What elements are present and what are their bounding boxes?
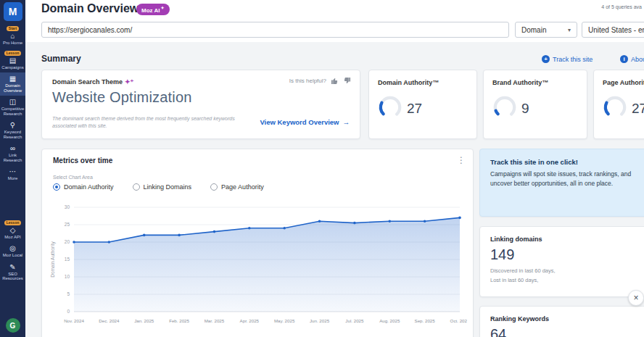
sidebar-item-moz-local[interactable]: ◎ Moz Local — [0, 242, 25, 261]
url-input[interactable] — [41, 22, 509, 38]
discovered-label: Discovered in last 60 days, — [490, 267, 556, 274]
home-icon: ⌂ — [10, 32, 15, 40]
radio-icon — [210, 183, 218, 191]
svg-text:Oct. 2025: Oct. 2025 — [450, 318, 467, 323]
sidebar-item-domain-overview[interactable]: ▦ Domain Overview — [0, 72, 25, 96]
svg-text:Domain Authority: Domain Authority — [50, 241, 56, 278]
moz-local-icon: ◎ — [9, 244, 16, 252]
page-title: Domain Overview — [41, 2, 139, 15]
svg-text:20: 20 — [65, 239, 70, 244]
linking-domains-title: Linking domains — [490, 236, 542, 243]
start-badge: Start — [7, 26, 19, 31]
svg-text:Jun. 2025: Jun. 2025 — [310, 318, 330, 323]
sidebar-item-seo-resources[interactable]: ✎ SEO Resources — [0, 261, 25, 284]
svg-text:Sep. 2025: Sep. 2025 — [415, 318, 436, 323]
search-theme-description: The dominant search theme derived from t… — [52, 115, 248, 130]
linking-domains-value: 149 — [490, 246, 514, 263]
domain-search-theme-card: Domain Search Theme✦⁺ Is this helpful? W… — [41, 70, 360, 139]
queries-remaining-label: 4 of 5 queries ava — [601, 4, 642, 9]
main-content: Summary + Track this site i About Domain… — [25, 42, 644, 337]
svg-text:5: 5 — [67, 291, 70, 296]
svg-text:Nov. 2024: Nov. 2024 — [64, 318, 84, 323]
svg-text:Dec. 2024: Dec. 2024 — [99, 318, 120, 323]
metrics-over-time-card: Metrics over time ⋮ Select Chart Area Do… — [41, 149, 474, 337]
page-authority-card: Page Authority 27 — [593, 70, 644, 139]
sidebar-item-campaigns[interactable]: Lesson ▤ Campaigns — [0, 49, 25, 73]
domain-authority-value: 27 — [407, 101, 422, 117]
domain-overview-icon: ▦ — [9, 75, 16, 83]
arrow-right-icon: → — [343, 118, 350, 126]
scope-select[interactable]: Domain ▾ — [515, 22, 577, 38]
sparkle-icon: ✦ — [160, 6, 164, 10]
sparkle-icon: ✦⁺ — [125, 78, 133, 86]
competitive-research-icon: ◫ — [9, 98, 16, 106]
more-icon: ⋯ — [9, 167, 17, 175]
svg-text:Apr. 2025: Apr. 2025 — [240, 318, 260, 323]
campaigns-icon: ▤ — [9, 57, 16, 65]
domain-authority-gauge — [378, 95, 402, 122]
svg-text:May. 2025: May. 2025 — [274, 318, 295, 323]
helpful-widget: Is this helpful? — [289, 77, 351, 85]
brand-authority-title: Brand Authority™ — [492, 79, 548, 86]
kebab-menu-icon[interactable]: ⋮ — [457, 155, 466, 165]
summary-heading: Summary — [41, 54, 81, 64]
svg-text:10: 10 — [65, 274, 70, 279]
svg-text:0: 0 — [67, 309, 70, 314]
domain-authority-card: Domain Authority™ 27 — [368, 70, 477, 139]
linking-domains-card: Linking domains 149 Discovered in last 6… — [479, 226, 644, 297]
svg-text:25: 25 — [65, 222, 70, 227]
track-promo-title: Track this site in one click! — [490, 158, 578, 166]
sidebar-item-link-research[interactable]: ∞ Link Research — [0, 142, 25, 165]
domain-authority-chart: 051015202530Nov. 2024Dec. 2024Jan. 2025F… — [48, 201, 467, 332]
add-circle-icon: + — [542, 55, 550, 63]
track-promo-body: Campaigns will spot site issues, track r… — [490, 170, 644, 188]
page-authority-title: Page Authority — [603, 79, 644, 86]
thumbs-up-icon[interactable] — [331, 77, 339, 85]
ranking-keywords-value: 64 — [490, 326, 506, 337]
radio-page-authority[interactable]: Page Authority — [210, 183, 264, 191]
svg-text:Jul. 2025: Jul. 2025 — [345, 318, 364, 323]
lesson-badge: Lesson — [4, 220, 22, 225]
info-icon: i — [620, 55, 628, 63]
track-site-promo-card[interactable]: Track this site in one click! Campaigns … — [479, 149, 644, 217]
sidebar-item-moz-api[interactable]: Lesson ◇ Moz API — [0, 218, 25, 243]
svg-text:Aug. 2025: Aug. 2025 — [379, 318, 400, 323]
close-icon[interactable]: × — [628, 290, 644, 306]
moz-logo[interactable]: M — [4, 2, 22, 21]
svg-text:30: 30 — [65, 204, 70, 209]
sidebar-item-more[interactable]: ⋯ More — [0, 165, 25, 184]
track-this-site-link[interactable]: + Track this site — [542, 55, 593, 63]
svg-text:Feb. 2025: Feb. 2025 — [169, 318, 189, 323]
moz-api-icon: ◇ — [10, 226, 16, 234]
keyword-research-icon: ⚲ — [10, 121, 15, 129]
ranking-keywords-title: Ranking Keywords — [490, 315, 549, 323]
titlebar: Domain Overview Moz AI✦ 4 of 5 queries a… — [25, 0, 644, 19]
brand-authority-value: 9 — [521, 101, 529, 117]
link-research-icon: ∞ — [10, 144, 15, 152]
radio-domain-authority[interactable]: Domain Authority — [53, 183, 114, 191]
sidebar: M Start ⌂ Pro Home Lesson ▤ Campaigns ▦ … — [0, 0, 25, 337]
about-link[interactable]: i About — [620, 55, 644, 63]
svg-text:Jan. 2025: Jan. 2025 — [134, 318, 154, 323]
domain-authority-title: Domain Authority™ — [378, 79, 439, 86]
chevron-down-icon: ▾ — [562, 27, 571, 33]
page-authority-gauge — [603, 95, 627, 122]
radio-linking-domains[interactable]: Linking Domains — [133, 183, 192, 191]
sidebar-item-keyword-research[interactable]: ⚲ Keyword Research — [0, 119, 25, 142]
chart-area-radios: Domain Authority Linking Domains Page Au… — [53, 183, 264, 191]
search-theme-value: Website Optimization — [52, 89, 192, 106]
user-avatar[interactable]: G — [6, 318, 20, 333]
metrics-title: Metrics over time — [53, 157, 112, 165]
ranking-keywords-card: Ranking Keywords 64 — [479, 306, 644, 337]
radio-icon — [53, 183, 60, 191]
thumbs-down-icon[interactable] — [343, 77, 351, 85]
locale-select[interactable]: United States - en-US — [582, 22, 644, 38]
svg-text:15: 15 — [65, 257, 70, 262]
domain-search-theme-label: Domain Search Theme✦⁺ — [52, 78, 133, 86]
sidebar-item-pro-home[interactable]: Start ⌂ Pro Home — [0, 24, 25, 49]
view-keyword-overview-link[interactable]: View Keyword Overview→ — [260, 118, 350, 126]
moz-ai-badge: Moz AI✦ — [136, 4, 170, 15]
sidebar-item-competitive-research[interactable]: ◫ Competitive Research — [0, 96, 25, 119]
brand-authority-card: Brand Authority™ 9 — [483, 70, 587, 139]
brand-authority-gauge — [492, 95, 517, 122]
